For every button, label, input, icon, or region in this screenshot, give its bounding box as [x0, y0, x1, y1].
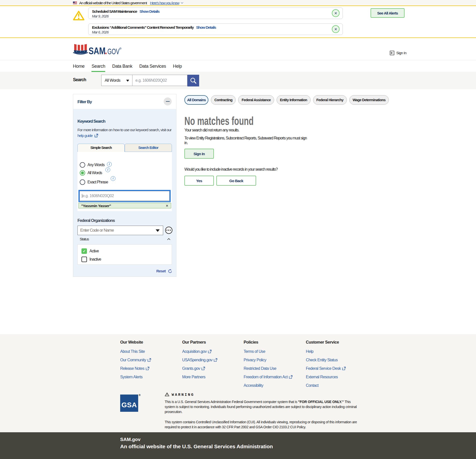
svg-text:SAM: SAM [89, 45, 106, 55]
svg-text:GOV: GOV [107, 47, 119, 55]
svg-text:R: R [120, 48, 121, 49]
